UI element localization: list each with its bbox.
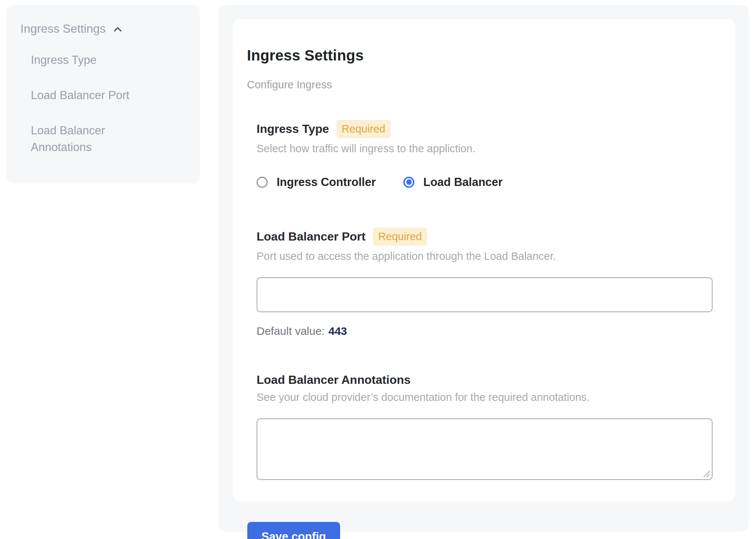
settings-panel: Ingress Settings Configure Ingress Ingre… bbox=[218, 5, 749, 532]
default-value-row: Default value:443 bbox=[257, 325, 711, 337]
ingress-type-label: Ingress Type bbox=[257, 122, 329, 136]
settings-card: Ingress Settings Configure Ingress Ingre… bbox=[233, 19, 735, 502]
radio-selected-icon[interactable] bbox=[403, 177, 414, 188]
load-balancer-annotations-textarea[interactable] bbox=[257, 418, 713, 480]
sidebar-item-list: Ingress Type Load Balancer Port Load Bal… bbox=[31, 52, 185, 156]
resize-handle-icon[interactable] bbox=[702, 470, 710, 478]
load-balancer-port-label: Load Balancer Port bbox=[257, 230, 365, 244]
required-badge: Required bbox=[373, 228, 427, 246]
default-value-label: Default value: bbox=[257, 325, 325, 337]
page-subtitle: Configure Ingress bbox=[247, 79, 711, 91]
radio-option-load-balancer[interactable]: Load Balancer bbox=[403, 176, 503, 189]
load-balancer-port-input[interactable] bbox=[257, 277, 713, 312]
radio-label-ingress-controller: Ingress Controller bbox=[277, 176, 376, 189]
ingress-type-radio-group: Ingress Controller Load Balancer bbox=[257, 176, 711, 189]
radio-unselected-icon[interactable] bbox=[257, 177, 268, 188]
required-badge: Required bbox=[336, 120, 391, 138]
ingress-type-description: Select how traffic will ingress to the a… bbox=[257, 143, 711, 155]
sidebar-item-load-balancer-port[interactable]: Load Balancer Port bbox=[31, 87, 157, 104]
page-title: Ingress Settings bbox=[247, 47, 711, 64]
load-balancer-port-description: Port used to access the application thro… bbox=[257, 250, 711, 262]
sidebar-item-load-balancer-annotations[interactable]: Load Balancer Annotations bbox=[31, 122, 157, 156]
sidebar-nav: Ingress Settings Ingress Type Load Balan… bbox=[6, 5, 200, 183]
field-ingress-type: Ingress Type Required Select how traffic… bbox=[257, 120, 711, 189]
load-balancer-annotations-description: See your cloud provider’s documentation … bbox=[257, 391, 711, 404]
save-config-button[interactable]: Save config bbox=[247, 522, 340, 539]
load-balancer-annotations-label: Load Balancer Annotations bbox=[257, 373, 411, 387]
default-value: 443 bbox=[328, 325, 347, 337]
chevron-up-icon bbox=[111, 23, 124, 36]
radio-option-ingress-controller[interactable]: Ingress Controller bbox=[257, 176, 376, 189]
sidebar-item-ingress-type[interactable]: Ingress Type bbox=[31, 52, 157, 69]
field-load-balancer-annotations: Load Balancer Annotations See your cloud… bbox=[257, 373, 711, 480]
radio-label-load-balancer: Load Balancer bbox=[423, 176, 503, 189]
sidebar-group-header[interactable]: Ingress Settings bbox=[20, 22, 185, 36]
sidebar-group-title: Ingress Settings bbox=[20, 22, 105, 36]
field-load-balancer-port: Load Balancer Port Required Port used to… bbox=[257, 228, 711, 337]
